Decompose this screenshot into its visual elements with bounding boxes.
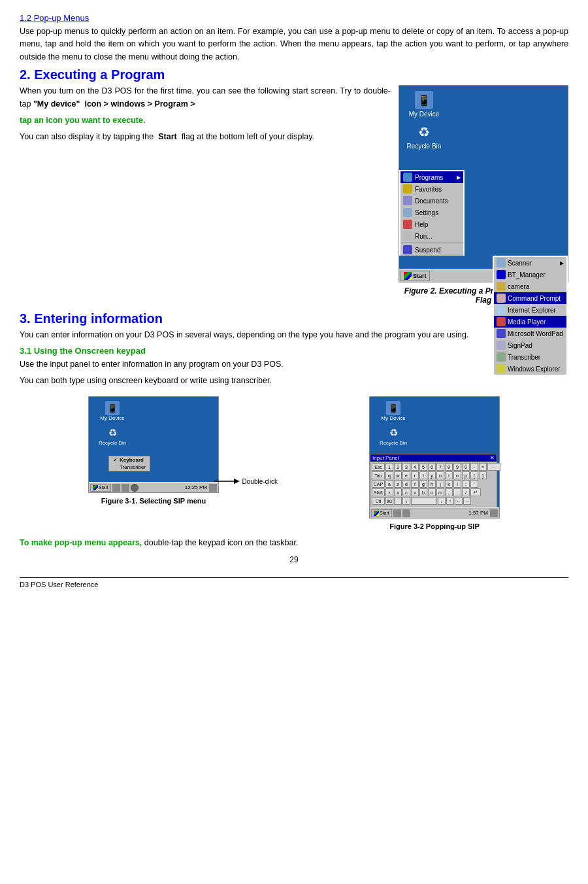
key-quote[interactable]: ' [470, 480, 478, 488]
key-down[interactable]: ↓ [438, 497, 446, 505]
keyboard-row-2: Tab q w e r t y u i o p [ ] [372, 471, 495, 479]
key-4[interactable]: 4 [411, 463, 419, 471]
key-esc[interactable]: Esc [372, 463, 385, 471]
start-button[interactable]: Start [400, 271, 430, 281]
key-a[interactable]: a [385, 480, 393, 488]
key-o[interactable]: o [453, 471, 461, 479]
menu-programs[interactable]: Programs ▶ [400, 171, 463, 183]
key-space[interactable] [411, 497, 437, 505]
key-semicolon[interactable]: ; [462, 480, 470, 488]
submenu-signpad[interactable]: SignPad [494, 339, 566, 351]
keyboard-close-icon[interactable]: ✕ [490, 455, 495, 461]
key-backspace[interactable]: ← [487, 463, 500, 471]
key-right[interactable]: → [463, 497, 471, 505]
key-b[interactable]: b [419, 488, 427, 496]
menu-run[interactable]: Run... [400, 230, 463, 242]
key-rbracket[interactable]: ] [479, 471, 487, 479]
sip-my-device-icon: 📱 My Device [93, 401, 132, 421]
menu-help[interactable]: Help [400, 218, 463, 230]
key-n[interactable]: n [428, 488, 436, 496]
key-s[interactable]: s [394, 480, 402, 488]
key-i[interactable]: i [445, 471, 453, 479]
sip-menu-keyboard[interactable]: ✓ Keyboard [109, 456, 150, 464]
key-9[interactable]: 9 [453, 463, 461, 471]
submenu-ie[interactable]: Internet Explorer [494, 304, 566, 316]
key-7[interactable]: 7 [436, 463, 444, 471]
key-period[interactable]: . [453, 488, 461, 496]
menu-suspend[interactable]: Suspend [400, 244, 463, 256]
mediaplayer-icon [497, 317, 506, 326]
key-backtick[interactable]: ` [394, 497, 402, 505]
section-1-2-body: Use pop-up menus to quickly perform an a… [20, 26, 568, 63]
key-j[interactable]: j [436, 480, 444, 488]
key-l[interactable]: l [453, 480, 461, 488]
key-q[interactable]: q [385, 471, 393, 479]
key-f[interactable]: f [411, 480, 419, 488]
menu-documents[interactable]: Documents [400, 195, 463, 207]
my-device-icon[interactable]: 📱 My Device [404, 91, 444, 118]
sip-taskbar-2: Start 1:57 PM [370, 507, 499, 518]
section-2-screenshot: 📱 My Device ♻ Recycle Bin [399, 85, 568, 305]
key-d[interactable]: d [402, 480, 410, 488]
key-backslash[interactable]: \ [402, 497, 410, 505]
menu-run-label: Run... [415, 233, 433, 240]
key-cap[interactable]: CAP [372, 480, 385, 488]
key-m[interactable]: m [436, 488, 444, 496]
menu-settings[interactable]: Settings [400, 207, 463, 218]
key-p[interactable]: p [462, 471, 470, 479]
section-2-header: 2. Executing a Program [20, 67, 568, 82]
sip-start-button-2[interactable]: Start [371, 509, 392, 517]
submenu-camera[interactable]: camera [494, 280, 566, 292]
key-x[interactable]: x [394, 488, 402, 496]
sip-menu-transcriber[interactable]: Transcriber [109, 464, 150, 471]
key-t[interactable]: t [419, 471, 427, 479]
submenu-scanner[interactable]: Scanner ▶ [494, 257, 566, 269]
submenu-cmdprompt[interactable]: Command Prompt [494, 292, 566, 304]
submenu-bt[interactable]: BT_Manager [494, 269, 566, 280]
key-6[interactable]: 6 [428, 463, 436, 471]
key-y[interactable]: y [428, 471, 436, 479]
key-0[interactable]: 0 [462, 463, 470, 471]
menu-divider [400, 243, 463, 243]
key-5[interactable]: 5 [419, 463, 427, 471]
key-k[interactable]: k [445, 480, 453, 488]
submenu-winexplorer[interactable]: Windows Explorer [494, 363, 566, 375]
key-special1[interactable]: äü [385, 497, 393, 505]
scanner-arrow: ▶ [560, 260, 564, 266]
key-1[interactable]: 1 [385, 463, 393, 471]
recycle-bin-icon[interactable]: ♻ Recycle Bin [404, 123, 444, 150]
sip-keypad-icon[interactable] [131, 484, 139, 492]
key-slash[interactable]: / [462, 488, 470, 496]
key-w[interactable]: w [394, 471, 402, 479]
key-8[interactable]: 8 [445, 463, 453, 471]
key-e[interactable]: e [402, 471, 410, 479]
key-minus[interactable]: - [470, 463, 478, 471]
menu-favorites[interactable]: Favorites [400, 183, 463, 195]
submenu-mediaplayer[interactable]: Media Player [494, 316, 566, 328]
key-u[interactable]: u [436, 471, 444, 479]
submenu-transcriber[interactable]: Transcriber [494, 351, 566, 363]
key-r[interactable]: r [411, 471, 419, 479]
key-equals[interactable]: = [479, 463, 487, 471]
section-3-1-body2: You can both type using onscreen keyboar… [20, 375, 568, 387]
figure-3-1-block: 📱 My Device ♻ Recycle Bin ✓ [20, 396, 287, 505]
camera-icon [497, 282, 506, 291]
key-g[interactable]: g [419, 480, 427, 488]
key-shift[interactable]: Shift [372, 488, 385, 496]
key-c[interactable]: c [402, 488, 410, 496]
key-left[interactable]: ← [455, 497, 463, 505]
key-enter[interactable]: ↵ [470, 488, 481, 496]
sip-start-button[interactable]: Start [90, 484, 111, 492]
key-tab[interactable]: Tab [372, 471, 385, 479]
key-h[interactable]: h [428, 480, 436, 488]
key-lbracket[interactable]: [ [470, 471, 478, 479]
start-screen-mock: 📱 My Device ♻ Recycle Bin [399, 85, 568, 282]
key-up[interactable]: ↑ [446, 497, 454, 505]
key-2[interactable]: 2 [394, 463, 402, 471]
key-ctrl[interactable]: Ctl [372, 497, 385, 505]
submenu-wordpad[interactable]: Microsoft WordPad [494, 328, 566, 339]
key-v[interactable]: v [411, 488, 419, 496]
key-z[interactable]: z [385, 488, 393, 496]
key-3[interactable]: 3 [402, 463, 410, 471]
key-comma[interactable]: , [445, 488, 453, 496]
